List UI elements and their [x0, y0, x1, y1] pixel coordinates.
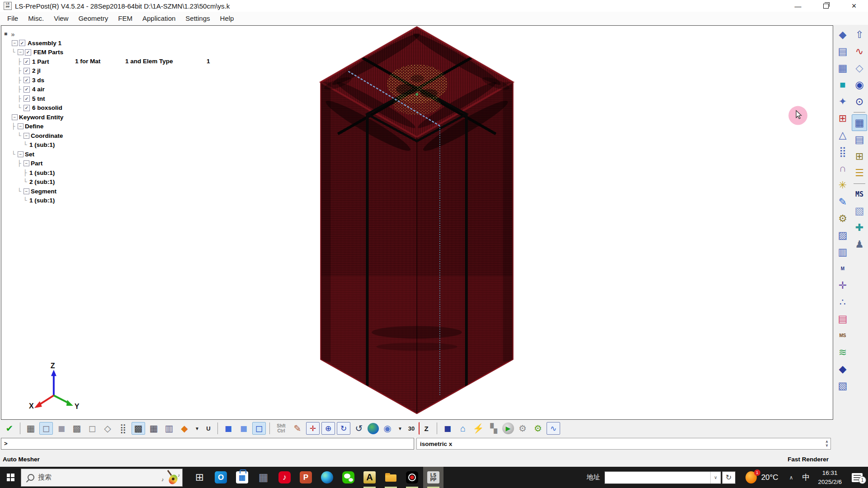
bt-pan-icon[interactable]: ✛	[306, 422, 320, 435]
bt-fringe-dropdown[interactable]: ▼	[193, 422, 201, 435]
rt-contour-stack-icon[interactable]: ≋	[835, 344, 850, 361]
taskbar-a-app-button[interactable]: A	[359, 467, 380, 488]
tree-item-1-part[interactable]: ├ ✓ 1 Part 1 for Mat 1 and Elem Type 1	[4, 57, 220, 66]
bt-rotate-icon[interactable]: ↺	[352, 422, 366, 435]
rt-grid-axes-icon[interactable]: ⊞	[835, 110, 850, 127]
rt-node-wrench-icon[interactable]: ⊞	[852, 148, 867, 164]
bt-recycle-gears-icon[interactable]: ⚙	[531, 422, 545, 435]
rt-dotted-cube-icon[interactable]: ▥	[835, 244, 850, 260]
tree-expander-icon[interactable]: −	[18, 151, 24, 157]
bt-node-points-icon[interactable]: ⣿	[116, 422, 130, 435]
tree-item-2-jl[interactable]: ├ ✓ 2 jl	[4, 66, 220, 76]
address-go-button[interactable]: ↻	[722, 471, 736, 484]
rt-tetra-mesh-icon[interactable]: △	[835, 127, 850, 143]
bt-model-views-icon[interactable]: ◼	[441, 422, 454, 435]
tree-checkbox[interactable]: ✓	[24, 68, 30, 74]
rt-particle-cloud-icon[interactable]: ∴	[835, 294, 850, 310]
tree-item-fem-parts[interactable]: └ − ✓ FEM Parts	[4, 48, 220, 57]
tree-checkbox[interactable]: ✓	[19, 40, 25, 46]
rt-measure-icon[interactable]: M	[835, 260, 850, 277]
bt-fringe-contour-icon[interactable]: ◆	[178, 422, 191, 435]
tree-item-segment[interactable]: └ − Segment	[4, 187, 220, 196]
restore-button[interactable]	[812, 0, 840, 12]
bt-clip-planes-icon[interactable]: ▥	[162, 422, 176, 435]
bt-eraser-icon[interactable]: ✎	[291, 422, 304, 435]
view-state-field[interactable]: isometric x ∧ ∨	[416, 438, 831, 450]
bt-zoom-in-icon[interactable]: ⊕	[321, 422, 335, 435]
menu-help[interactable]: Help	[215, 14, 239, 22]
rt-mesh-patch-icon[interactable]: ▨	[835, 227, 850, 244]
taskbar-clock[interactable]: 16:31 2025/2/6	[818, 469, 842, 486]
taskbar-store-button[interactable]: ▦	[232, 467, 252, 488]
rt-ms-label-icon[interactable]: MS	[852, 186, 867, 202]
taskbar-search[interactable]: 搜索 ♪ ♪	[21, 469, 183, 487]
bt-checker-pattern-icon[interactable]: ▚	[487, 422, 500, 435]
bt-settings-gears-icon[interactable]: ⚙	[516, 422, 529, 435]
tree-checkbox[interactable]: ✓	[24, 105, 30, 111]
bt-angle-dropdown[interactable]: ▼	[396, 422, 404, 435]
bt-undeform-icon[interactable]: U	[203, 422, 214, 435]
rt-star-spline-icon[interactable]: ✦	[835, 93, 850, 110]
taskbar-edge-button[interactable]	[317, 467, 337, 488]
taskbar-explorer-button[interactable]	[381, 467, 401, 488]
taskbar-wechat-button[interactable]	[338, 467, 359, 488]
menu-fem[interactable]: FEM	[113, 14, 137, 22]
bt-view-wire-cube-icon[interactable]: ◻	[252, 422, 266, 435]
tree-item-keyword-entity[interactable]: − Keyword Entity	[4, 113, 220, 122]
tree-more-icon[interactable]: »	[11, 30, 14, 38]
bt-home-view-icon[interactable]: ⌂	[456, 422, 470, 435]
tree-expander-icon[interactable]: −	[24, 188, 29, 194]
tree-item-part[interactable]: ├ − Part	[4, 159, 220, 169]
close-button[interactable]: ×	[840, 0, 868, 12]
ime-indicator[interactable]: 中	[802, 472, 810, 483]
bt-solid-cube-icon[interactable]: ◼	[55, 422, 68, 435]
rt-scatter-map-icon[interactable]: ◆	[835, 361, 850, 377]
weather-widget[interactable]: 1	[745, 471, 758, 483]
bt-plain-cube-icon[interactable]: ◇	[101, 422, 114, 435]
bt-wireframe-cube-icon[interactable]: ▦	[24, 422, 38, 435]
rt-surface-patch-icon[interactable]: ◇	[852, 60, 867, 76]
tree-item-5-tnt[interactable]: ├ ✓ 5 tnt	[4, 94, 220, 103]
bt-zoom-rotate-icon[interactable]: ↻	[337, 422, 350, 435]
tree-checkbox[interactable]: ✓	[24, 77, 30, 83]
menu-file[interactable]: File	[2, 14, 23, 22]
menu-application[interactable]: Application	[137, 14, 180, 22]
bt-z-axis-icon[interactable]: Z	[419, 422, 433, 435]
history-spinner[interactable]: ∧ ∨	[823, 438, 830, 449]
command-input[interactable]: >	[1, 438, 414, 450]
tree-item-6-boxsolid[interactable]: └ ✓ 6 boxsolid	[4, 103, 220, 113]
taskbar-outlook-button[interactable]: O	[211, 467, 231, 488]
rt-plane-normal-icon[interactable]: ⇧	[852, 26, 867, 43]
tree-item-assembly-1[interactable]: − ✓ Assembly 1	[4, 38, 220, 48]
rt-model-check-icon[interactable]: ✚	[852, 219, 867, 236]
taskbar-powerpoint-button[interactable]: P	[296, 467, 316, 488]
bt-shaded-cube-icon[interactable]: ◻	[39, 422, 53, 435]
tree-checkbox[interactable]: ✓	[24, 95, 30, 102]
rt-user-view-icon[interactable]: ♟	[852, 236, 867, 253]
tree-item-set[interactable]: └ − Set	[4, 150, 220, 159]
menu-misc[interactable]: Misc.	[23, 14, 49, 22]
rt-entity-inspect-icon[interactable]: ⊙	[852, 93, 867, 110]
rt-solid-cube-nodes-icon[interactable]: ◆	[835, 26, 850, 43]
bt-dark-mesh-cube-icon[interactable]: ▩	[132, 422, 145, 435]
tree-item-1-sub-1-[interactable]: ├ 1 (sub:1)	[4, 168, 220, 178]
address-input[interactable]: ∨	[604, 471, 721, 484]
tray-overflow-icon[interactable]: ∧	[789, 474, 793, 481]
tree-checkbox[interactable]: ✓	[25, 49, 31, 56]
bt-quick-run-icon[interactable]: ⚡	[472, 422, 485, 435]
bt-view-shaded-cube-icon[interactable]: ◼	[237, 422, 250, 435]
rt-surface-mesh-icon[interactable]: ▤	[835, 43, 850, 60]
tree-expander-icon[interactable]: −	[12, 40, 18, 46]
rt-pencil-edit-icon[interactable]: ✎	[835, 193, 850, 210]
taskbar-recorder-button[interactable]	[402, 467, 422, 488]
rt-solid-mesh-icon[interactable]: ▦	[835, 60, 850, 76]
rt-color-list-icon[interactable]: ☰	[852, 164, 867, 181]
bt-globe-icon[interactable]	[368, 423, 379, 434]
bt-mesh-quality-icon[interactable]: ✔	[3, 422, 16, 435]
tree-expander-icon[interactable]: −	[18, 49, 24, 55]
rt-mesh-surface2-icon[interactable]: ▧	[835, 377, 850, 394]
tree-checkbox[interactable]: ✓	[24, 58, 30, 65]
spin-down-icon[interactable]: ∨	[826, 444, 828, 447]
rt-layered-mesh-icon[interactable]: ▤	[835, 310, 850, 327]
tree-item-1-sub-1-[interactable]: └ 1 (sub:1)	[4, 196, 220, 206]
